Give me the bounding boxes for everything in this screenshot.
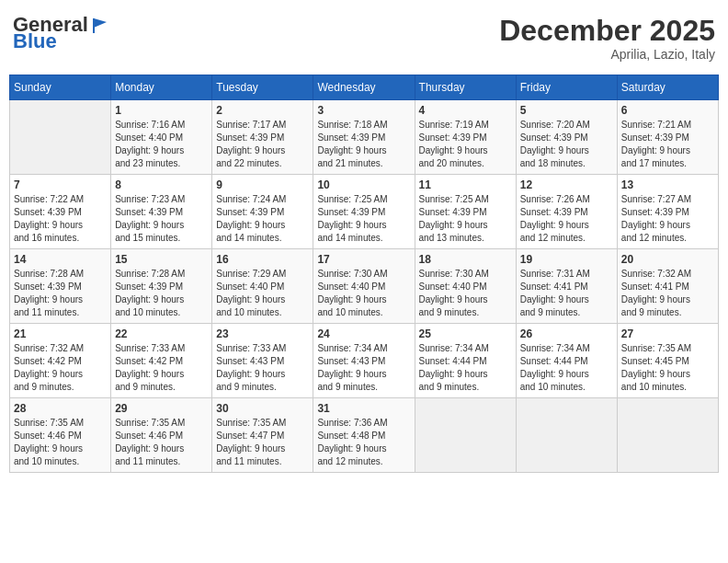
calendar-week-1: 1Sunrise: 7:16 AM Sunset: 4:40 PM Daylig…	[10, 100, 719, 175]
day-info: Sunrise: 7:28 AM Sunset: 4:39 PM Dayligh…	[115, 268, 208, 319]
day-number: 9	[216, 178, 309, 191]
weekday-header-monday: Monday	[111, 75, 212, 100]
calendar-cell: 18Sunrise: 7:30 AM Sunset: 4:40 PM Dayli…	[415, 249, 516, 324]
calendar-cell: 28Sunrise: 7:35 AM Sunset: 4:46 PM Dayli…	[10, 398, 111, 473]
day-info: Sunrise: 7:35 AM Sunset: 4:45 PM Dayligh…	[621, 342, 714, 394]
day-info: Sunrise: 7:33 AM Sunset: 4:43 PM Dayligh…	[216, 342, 309, 394]
calendar-cell: 20Sunrise: 7:32 AM Sunset: 4:41 PM Dayli…	[617, 249, 718, 324]
day-number: 25	[419, 327, 512, 340]
calendar-cell	[10, 100, 111, 175]
calendar-cell: 25Sunrise: 7:34 AM Sunset: 4:44 PM Dayli…	[415, 324, 516, 398]
day-number: 12	[520, 178, 613, 191]
day-number: 23	[216, 327, 309, 340]
day-info: Sunrise: 7:29 AM Sunset: 4:40 PM Dayligh…	[216, 268, 309, 319]
logo-blue-text: Blue	[13, 31, 57, 52]
svg-marker-0	[94, 18, 107, 28]
day-info: Sunrise: 7:21 AM Sunset: 4:39 PM Dayligh…	[621, 119, 714, 170]
calendar-cell	[617, 398, 718, 473]
calendar-week-4: 21Sunrise: 7:32 AM Sunset: 4:42 PM Dayli…	[10, 324, 719, 398]
day-number: 15	[115, 253, 208, 266]
day-info: Sunrise: 7:35 AM Sunset: 4:47 PM Dayligh…	[216, 417, 309, 468]
day-info: Sunrise: 7:26 AM Sunset: 4:39 PM Dayligh…	[520, 193, 613, 245]
day-number: 11	[419, 178, 512, 191]
calendar-cell: 27Sunrise: 7:35 AM Sunset: 4:45 PM Dayli…	[617, 324, 718, 398]
calendar-cell: 2Sunrise: 7:17 AM Sunset: 4:39 PM Daylig…	[212, 100, 313, 175]
day-number: 19	[520, 253, 613, 266]
calendar-cell: 5Sunrise: 7:20 AM Sunset: 4:39 PM Daylig…	[516, 100, 617, 175]
calendar-cell: 14Sunrise: 7:28 AM Sunset: 4:39 PM Dayli…	[10, 249, 111, 324]
calendar-cell: 6Sunrise: 7:21 AM Sunset: 4:39 PM Daylig…	[617, 100, 718, 175]
day-info: Sunrise: 7:24 AM Sunset: 4:39 PM Dayligh…	[216, 193, 309, 245]
calendar-week-2: 7Sunrise: 7:22 AM Sunset: 4:39 PM Daylig…	[10, 175, 719, 249]
calendar-cell	[415, 398, 516, 473]
day-info: Sunrise: 7:22 AM Sunset: 4:39 PM Dayligh…	[14, 193, 107, 245]
day-number: 27	[621, 327, 714, 340]
day-number: 26	[520, 327, 613, 340]
day-number: 2	[216, 104, 309, 117]
weekday-header-tuesday: Tuesday	[212, 75, 313, 100]
calendar-cell: 24Sunrise: 7:34 AM Sunset: 4:43 PM Dayli…	[313, 324, 415, 398]
day-number: 1	[115, 104, 208, 117]
day-info: Sunrise: 7:23 AM Sunset: 4:39 PM Dayligh…	[115, 193, 208, 245]
day-number: 31	[317, 402, 410, 415]
day-info: Sunrise: 7:20 AM Sunset: 4:39 PM Dayligh…	[520, 119, 613, 170]
calendar-cell: 15Sunrise: 7:28 AM Sunset: 4:39 PM Dayli…	[111, 249, 212, 324]
weekday-header-saturday: Saturday	[617, 75, 718, 100]
day-info: Sunrise: 7:16 AM Sunset: 4:40 PM Dayligh…	[115, 119, 208, 170]
calendar-cell: 7Sunrise: 7:22 AM Sunset: 4:39 PM Daylig…	[10, 175, 111, 249]
day-number: 13	[621, 178, 714, 191]
calendar-cell: 11Sunrise: 7:25 AM Sunset: 4:39 PM Dayli…	[415, 175, 516, 249]
day-info: Sunrise: 7:36 AM Sunset: 4:48 PM Dayligh…	[317, 417, 410, 468]
calendar-cell: 30Sunrise: 7:35 AM Sunset: 4:47 PM Dayli…	[212, 398, 313, 473]
calendar-cell: 8Sunrise: 7:23 AM Sunset: 4:39 PM Daylig…	[111, 175, 212, 249]
day-info: Sunrise: 7:32 AM Sunset: 4:41 PM Dayligh…	[621, 268, 714, 319]
logo-flag-icon	[90, 15, 110, 35]
weekday-header-friday: Friday	[516, 75, 617, 100]
day-info: Sunrise: 7:33 AM Sunset: 4:42 PM Dayligh…	[115, 342, 208, 394]
day-number: 18	[419, 253, 512, 266]
day-number: 8	[115, 178, 208, 191]
month-title: December 2025	[499, 15, 715, 47]
day-number: 22	[115, 327, 208, 340]
location: Aprilia, Lazio, Italy	[499, 47, 715, 62]
calendar-week-5: 28Sunrise: 7:35 AM Sunset: 4:46 PM Dayli…	[10, 398, 719, 473]
day-number: 3	[317, 104, 410, 117]
day-number: 29	[115, 402, 208, 415]
calendar-cell: 29Sunrise: 7:35 AM Sunset: 4:46 PM Dayli…	[111, 398, 212, 473]
day-info: Sunrise: 7:31 AM Sunset: 4:41 PM Dayligh…	[520, 268, 613, 319]
calendar-cell: 19Sunrise: 7:31 AM Sunset: 4:41 PM Dayli…	[516, 249, 617, 324]
day-info: Sunrise: 7:19 AM Sunset: 4:39 PM Dayligh…	[419, 119, 512, 170]
day-info: Sunrise: 7:27 AM Sunset: 4:39 PM Dayligh…	[621, 193, 714, 245]
calendar-cell: 16Sunrise: 7:29 AM Sunset: 4:40 PM Dayli…	[212, 249, 313, 324]
calendar-cell: 12Sunrise: 7:26 AM Sunset: 4:39 PM Dayli…	[516, 175, 617, 249]
day-number: 16	[216, 253, 309, 266]
day-number: 6	[621, 104, 714, 117]
day-info: Sunrise: 7:30 AM Sunset: 4:40 PM Dayligh…	[317, 268, 410, 319]
day-number: 4	[419, 104, 512, 117]
day-info: Sunrise: 7:30 AM Sunset: 4:40 PM Dayligh…	[419, 268, 512, 319]
day-info: Sunrise: 7:25 AM Sunset: 4:39 PM Dayligh…	[419, 193, 512, 245]
day-number: 28	[14, 402, 107, 415]
calendar-table: SundayMondayTuesdayWednesdayThursdayFrid…	[9, 75, 719, 473]
day-number: 20	[621, 253, 714, 266]
day-number: 5	[520, 104, 613, 117]
day-number: 30	[216, 402, 309, 415]
calendar-cell: 4Sunrise: 7:19 AM Sunset: 4:39 PM Daylig…	[415, 100, 516, 175]
logo: General Blue	[13, 15, 110, 52]
day-info: Sunrise: 7:25 AM Sunset: 4:39 PM Dayligh…	[317, 193, 410, 245]
calendar-cell: 17Sunrise: 7:30 AM Sunset: 4:40 PM Dayli…	[313, 249, 415, 324]
calendar-cell: 26Sunrise: 7:34 AM Sunset: 4:44 PM Dayli…	[516, 324, 617, 398]
day-info: Sunrise: 7:32 AM Sunset: 4:42 PM Dayligh…	[14, 342, 107, 394]
day-number: 24	[317, 327, 410, 340]
calendar-cell: 31Sunrise: 7:36 AM Sunset: 4:48 PM Dayli…	[313, 398, 415, 473]
day-number: 17	[317, 253, 410, 266]
day-info: Sunrise: 7:34 AM Sunset: 4:44 PM Dayligh…	[520, 342, 613, 394]
calendar-cell	[516, 398, 617, 473]
calendar-cell: 9Sunrise: 7:24 AM Sunset: 4:39 PM Daylig…	[212, 175, 313, 249]
weekday-header-sunday: Sunday	[10, 75, 111, 100]
calendar-cell: 21Sunrise: 7:32 AM Sunset: 4:42 PM Dayli…	[10, 324, 111, 398]
weekday-header-thursday: Thursday	[415, 75, 516, 100]
calendar-cell: 3Sunrise: 7:18 AM Sunset: 4:39 PM Daylig…	[313, 100, 415, 175]
calendar-cell: 13Sunrise: 7:27 AM Sunset: 4:39 PM Dayli…	[617, 175, 718, 249]
title-block: December 2025 Aprilia, Lazio, Italy	[499, 15, 715, 62]
